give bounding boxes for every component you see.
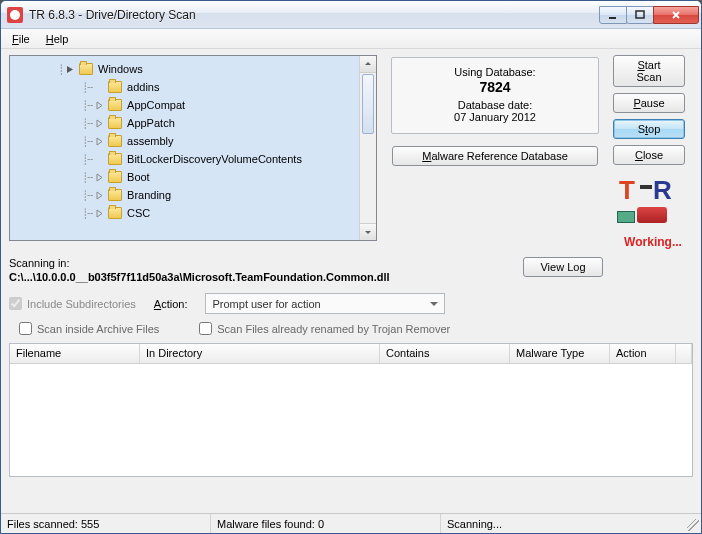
close-button[interactable]: [653, 6, 699, 24]
scroll-thumb[interactable]: [362, 74, 374, 134]
folder-icon: [79, 63, 93, 75]
maximize-button[interactable]: [626, 6, 654, 24]
col-indir[interactable]: In Directory: [140, 344, 380, 363]
scroll-up-icon[interactable]: [360, 56, 376, 73]
folder-icon: [108, 189, 122, 201]
collapse-icon[interactable]: [66, 65, 75, 74]
expand-icon[interactable]: [95, 101, 104, 110]
db-date-label: Database date:: [398, 99, 592, 111]
app-icon: [7, 7, 23, 23]
tree-node[interactable]: assembly: [127, 135, 173, 147]
window-title: TR 6.8.3 - Drive/Directory Scan: [29, 8, 196, 22]
folder-icon: [108, 153, 122, 165]
folder-icon: [108, 117, 122, 129]
col-filename[interactable]: Filename: [10, 344, 140, 363]
expand-icon[interactable]: [95, 209, 104, 218]
include-subdirs-checkbox[interactable]: Include Subdirectories: [9, 297, 136, 310]
scroll-down-icon[interactable]: [360, 223, 376, 240]
action-combo[interactable]: Prompt user for action: [205, 293, 445, 314]
tree-node-root[interactable]: Windows: [98, 63, 143, 75]
table-header: Filename In Directory Contains Malware T…: [10, 344, 692, 364]
scanning-path: C:\...\10.0.0.0__b03f5f7f11d50a3a\Micros…: [9, 271, 513, 283]
client-area: ┊ Windows ┊╌addins ┊╌AppCompat ┊╌AppPatc…: [1, 49, 701, 513]
expand-icon[interactable]: [95, 173, 104, 182]
database-info: Using Database: 7824 Database date: 07 J…: [391, 57, 599, 134]
app-window: TR 6.8.3 - Drive/Directory Scan File Hel…: [0, 0, 702, 534]
view-log-button[interactable]: View Log: [523, 257, 603, 277]
status-files-scanned: Files scanned: 555: [1, 514, 211, 533]
folder-icon: [108, 81, 122, 93]
working-label: Working...: [613, 235, 693, 249]
tree-node[interactable]: CSC: [127, 207, 150, 219]
minimize-button[interactable]: [599, 6, 627, 24]
folder-icon: [108, 99, 122, 111]
db-date: 07 January 2012: [398, 111, 592, 123]
col-maltype[interactable]: Malware Type: [510, 344, 610, 363]
statusbar: Files scanned: 555 Malware files found: …: [1, 513, 701, 533]
folder-icon: [108, 135, 122, 147]
pause-button[interactable]: Pause: [613, 93, 685, 113]
status-malware-found: Malware files found: 0: [211, 514, 441, 533]
scan-renamed-checkbox[interactable]: Scan Files already renamed by Trojan Rem…: [199, 322, 450, 335]
svg-rect-1: [636, 11, 644, 18]
col-spacer: [676, 344, 692, 363]
stop-button[interactable]: Stop: [613, 119, 685, 139]
scanning-in-label: Scanning in:: [9, 257, 513, 269]
tree-node[interactable]: Branding: [127, 189, 171, 201]
tree-node[interactable]: AppPatch: [127, 117, 175, 129]
db-using-label: Using Database:: [398, 66, 592, 78]
menubar: File Help: [1, 29, 701, 49]
tree-node[interactable]: BitLockerDiscoveryVolumeContents: [127, 153, 302, 165]
folder-icon: [108, 207, 122, 219]
tree-node[interactable]: Boot: [127, 171, 150, 183]
menu-help[interactable]: Help: [39, 31, 76, 47]
malware-reference-button[interactable]: Malware Reference Database: [392, 146, 598, 166]
tree-scrollbar[interactable]: [359, 56, 376, 240]
db-count: 7824: [398, 79, 592, 95]
expand-icon[interactable]: [95, 137, 104, 146]
start-scan-button[interactable]: Start Scan: [613, 55, 685, 87]
results-table: Filename In Directory Contains Malware T…: [9, 343, 693, 477]
scan-archive-checkbox[interactable]: Scan inside Archive Files: [19, 322, 159, 335]
table-body: [10, 364, 692, 476]
resize-grip-icon[interactable]: [687, 519, 699, 531]
menu-file[interactable]: File: [5, 31, 37, 47]
expand-icon[interactable]: [95, 119, 104, 128]
tree-node[interactable]: addins: [127, 81, 159, 93]
titlebar[interactable]: TR 6.8.3 - Drive/Directory Scan: [1, 1, 701, 29]
status-state: Scanning...: [441, 514, 701, 533]
action-label: Action:: [154, 298, 188, 310]
tree-node[interactable]: AppCompat: [127, 99, 185, 111]
folder-icon: [108, 171, 122, 183]
svg-rect-0: [609, 17, 616, 19]
col-action[interactable]: Action: [610, 344, 676, 363]
col-contains[interactable]: Contains: [380, 344, 510, 363]
expand-icon[interactable]: [95, 191, 104, 200]
directory-tree[interactable]: ┊ Windows ┊╌addins ┊╌AppCompat ┊╌AppPatc…: [9, 55, 377, 241]
close-scan-button[interactable]: Close: [613, 145, 685, 165]
app-logo: TR: [613, 175, 685, 223]
